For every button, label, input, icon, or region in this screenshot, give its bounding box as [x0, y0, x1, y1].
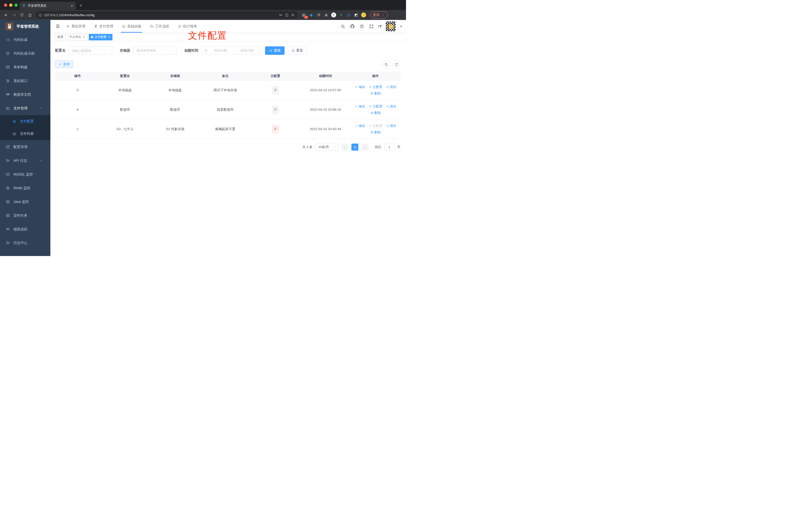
extension-command-icon[interactable]: ⌘: [316, 12, 321, 18]
edit-link[interactable]: 修改: [355, 104, 365, 109]
sidebar-item-code-gen[interactable]: 代码生成: [0, 33, 50, 47]
close-icon[interactable]: ✕: [83, 35, 85, 39]
sidebar-item-tracing[interactable]: 链路追踪: [0, 222, 50, 236]
next-page-button[interactable]: ›: [361, 144, 368, 151]
browser-tabstrip: 芋道管理系统 ✕ +: [0, 0, 406, 10]
sidebar-item-config-management[interactable]: 配置管理: [0, 140, 50, 154]
sidebar-collapse-icon[interactable]: [54, 23, 61, 30]
extension-star-icon[interactable]: ✶: [339, 12, 344, 18]
total-count: 共 3 条: [302, 145, 313, 149]
url-text[interactable]: 127.0.0.1:1024/infra/file/file-config: [44, 13, 277, 17]
extension-eye-icon[interactable]: ◎: [346, 12, 351, 18]
sidebar-item-api-log[interactable]: API 日志: [0, 154, 50, 168]
test-link[interactable]: 测试: [386, 124, 396, 128]
sidebar-item-file-list[interactable]: 文件列表: [0, 128, 50, 140]
prev-page-button[interactable]: ‹: [341, 144, 348, 151]
start-date-placeholder[interactable]: 开始日期: [209, 48, 231, 53]
reload-button[interactable]: [19, 11, 25, 19]
bookmark-star-icon[interactable]: [291, 13, 295, 17]
trash-icon: [370, 131, 374, 134]
window-minimize-button[interactable]: [9, 3, 12, 7]
set-master-link[interactable]: 主配置: [369, 85, 382, 89]
user-menu-caret-icon[interactable]: ▼: [400, 25, 403, 28]
reset-button[interactable]: 重置: [288, 47, 307, 55]
delete-link[interactable]: 删除: [370, 130, 381, 134]
config-name-input[interactable]: [68, 47, 112, 55]
goto-page-input[interactable]: [384, 144, 394, 151]
test-link[interactable]: 测试: [386, 85, 396, 89]
table-row: 5 本地磁盘 本地磁盘 测试下本地存储 否 2022-03-15 23:57:0…: [55, 81, 401, 100]
end-date-placeholder[interactable]: 结束日期: [236, 48, 258, 53]
cell-id: 5: [55, 88, 100, 92]
sidebar-item-db-doc[interactable]: 数据库文档: [0, 88, 50, 101]
extension-y-icon[interactable]: Y: [331, 12, 336, 18]
extension-dot-icon[interactable]: ◉: [324, 12, 329, 18]
tab-close-icon[interactable]: ✕: [70, 4, 73, 8]
page-size-select[interactable]: 10条/页: [316, 143, 339, 151]
browser-menu-icon[interactable]: ⋮: [382, 13, 385, 17]
sidebar-item-scheduled-tasks[interactable]: 定时任务: [0, 209, 50, 222]
toggle-search-button[interactable]: [382, 60, 390, 68]
set-master-link[interactable]: 主配置: [369, 104, 382, 109]
tag-view-profile[interactable]: 个人中心 ✕: [67, 34, 87, 40]
sidebar-item-redis-monitor[interactable]: Redis 监控: [0, 181, 50, 195]
sidebar-item-log-center[interactable]: 日志中心: [0, 236, 50, 250]
window-controls[interactable]: [4, 3, 18, 7]
sidebar-item-form-builder[interactable]: 表单构建: [0, 60, 50, 74]
storage-select[interactable]: 请选择存储器: [133, 47, 177, 55]
master-tag: 是: [272, 125, 279, 133]
add-button[interactable]: 新增: [55, 61, 73, 68]
password-key-icon[interactable]: [279, 13, 283, 17]
sidebar-item-code-demo[interactable]: 代码生成示例: [0, 47, 50, 60]
current-page[interactable]: 1: [351, 144, 358, 151]
delete-link[interactable]: 删除: [370, 111, 381, 115]
topnav-item-reports[interactable]: 统计报表: [178, 20, 197, 33]
tag-view-home[interactable]: 首页: [55, 34, 66, 40]
forward-button[interactable]: [10, 11, 18, 19]
search-icon: [269, 49, 272, 52]
profile-emoji-icon[interactable]: ツ: [361, 12, 366, 18]
tag-view-file-config[interactable]: 文件配置 ✕: [89, 34, 113, 40]
sidebar-item-file-config[interactable]: 文件配置: [0, 115, 50, 128]
topnav-item-workflow[interactable]: 工作流程: [150, 20, 169, 33]
extension-kite-icon[interactable]: ◆: [309, 12, 314, 18]
edit-link[interactable]: 修改: [355, 124, 365, 128]
sidebar-item-java-monitor[interactable]: Java 监控: [0, 195, 50, 209]
search-icon[interactable]: [340, 24, 346, 29]
cell-storage: 数据库: [150, 108, 200, 112]
font-size-icon[interactable]: TT: [378, 24, 382, 28]
back-button[interactable]: [2, 11, 9, 19]
extensions-puzzle-icon[interactable]: ◩: [354, 12, 358, 18]
window-close-button[interactable]: [4, 3, 7, 7]
edit-link[interactable]: 修改: [355, 85, 365, 89]
search-button[interactable]: 搜索: [265, 47, 285, 55]
close-icon[interactable]: ✕: [108, 35, 110, 39]
share-icon[interactable]: [285, 13, 289, 17]
table-row: 2 S3 - 七牛云 S3 对象存储 戴佩妮真可爱 是 2022-03-15 2…: [55, 119, 401, 139]
topnav-item-system[interactable]: 系统管理: [66, 20, 85, 33]
new-tab-button[interactable]: +: [79, 3, 82, 8]
extension-grid-icon[interactable]: ▦11: [301, 12, 306, 18]
sidebar-item-system-api[interactable]: 系统接口: [0, 74, 50, 88]
test-link[interactable]: 测试: [386, 104, 396, 109]
help-icon[interactable]: [359, 24, 365, 29]
share-icon: [386, 105, 389, 108]
sidebar-item-mysql-monitor[interactable]: MySQL 监控: [0, 168, 50, 181]
app-logo[interactable]: 芋道管理系统: [0, 20, 50, 33]
address-bar[interactable]: 127.0.0.1:1024/infra/file/file-config: [35, 11, 298, 19]
topnav-item-payment[interactable]: ¥ 支付管理: [94, 20, 113, 33]
fullscreen-icon[interactable]: [369, 24, 374, 29]
window-zoom-button[interactable]: [14, 3, 18, 7]
delete-link[interactable]: 删除: [370, 91, 381, 96]
user-avatar-qr[interactable]: ツ: [386, 22, 396, 31]
topnav-item-infrastructure[interactable]: 基础设施: [122, 20, 141, 33]
home-button[interactable]: [26, 11, 33, 19]
sidebar-item-file-management[interactable]: 文件管理: [0, 101, 50, 115]
site-info-icon[interactable]: [38, 13, 42, 17]
calendar-icon: [204, 49, 207, 52]
github-icon[interactable]: [350, 24, 355, 29]
browser-tab[interactable]: 芋道管理系统 ✕: [20, 2, 76, 10]
chrome-update-button[interactable]: 更新 ⋮: [370, 11, 388, 19]
date-range-picker[interactable]: 开始日期 - 结束日期: [201, 47, 261, 55]
refresh-table-button[interactable]: [393, 60, 401, 68]
